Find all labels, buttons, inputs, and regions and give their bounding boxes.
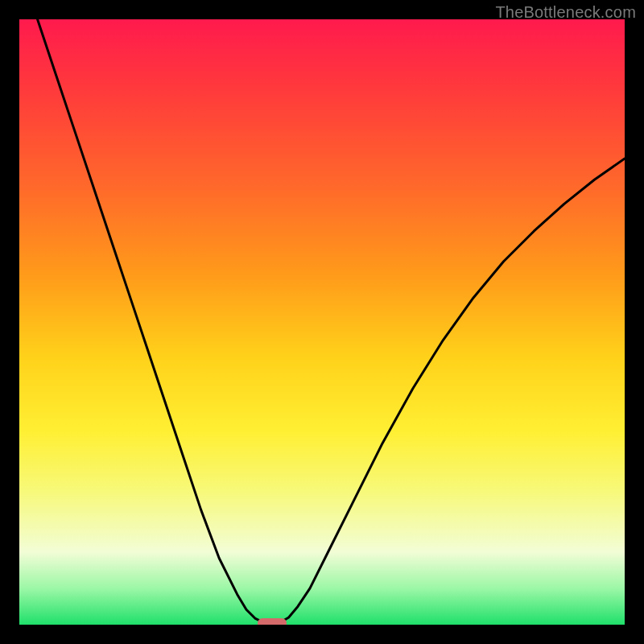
watermark-text: TheBottleneck.com [495,3,636,22]
curve-left-branch [38,19,265,623]
chart-frame: TheBottleneck.com [0,0,644,644]
plot-area [19,19,625,625]
curve-right-branch [279,159,625,623]
bottleneck-marker [258,618,287,625]
curve-layer [19,19,625,625]
